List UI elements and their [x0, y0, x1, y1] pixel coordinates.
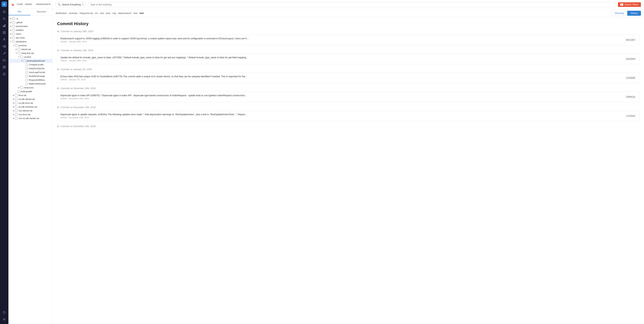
- tree-item[interactable]: buildSrc: [8, 28, 52, 32]
- tab-file[interactable]: File: [8, 8, 30, 15]
- path-segment[interactable]: test: [100, 12, 104, 14]
- commit-hash[interactable]: ccd1beb: [625, 114, 636, 118]
- path-segment[interactable]: archives: [69, 12, 78, 14]
- folder-icon: [12, 29, 15, 31]
- breadcrumb-name[interactable]: elasticsearch: [36, 3, 51, 6]
- package-icon[interactable]: [1, 64, 7, 70]
- tools-icon[interactable]: [1, 50, 7, 56]
- tree-item[interactable]: linux-tar: [8, 93, 52, 97]
- commit-card[interactable]: Deprecate types in update requests. (#36…: [57, 110, 640, 121]
- commit-hash[interactable]: 36a3b84: [625, 57, 636, 60]
- history-button[interactable]: History: [627, 11, 641, 16]
- path-segment[interactable]: test: [134, 12, 137, 14]
- directory-button[interactable]: Directory: [612, 11, 627, 16]
- path-segment[interactable]: java: [106, 12, 110, 14]
- commit-card[interactable]: [Close Index API] Add unique UUID to Clu…: [57, 73, 640, 83]
- commit-date-label: Commits on January 14th, 2019: [60, 49, 93, 52]
- tree-arrow: [15, 48, 18, 50]
- folder-icon: [12, 33, 15, 35]
- tree-item[interactable]: IntegTestZipClie: [8, 66, 52, 70]
- content-area: Commit History Commits on January 28th, …: [52, 18, 644, 324]
- tree-label: oss-no-jdk-darwin-tar: [18, 117, 39, 120]
- gear-icon[interactable]: [1, 316, 7, 322]
- commit-hash[interactable]: f884b2b: [625, 95, 636, 98]
- diagram-icon[interactable]: [1, 43, 7, 50]
- path-sep: /: [138, 12, 138, 14]
- tree-item[interactable]: no-jdk-linux-tar: [8, 101, 52, 105]
- tree-label: no-jdk-windows-zip: [18, 106, 38, 108]
- tree-item[interactable]: JsonLogsFormal: [8, 70, 52, 74]
- tree-item[interactable]: RequestsWithou: [8, 78, 52, 82]
- search-icon[interactable]: [1, 16, 7, 22]
- search-filters-label: Search Filters: [624, 3, 639, 6]
- path-segment[interactable]: integ-test-zip: [80, 12, 93, 14]
- search-input[interactable]: [88, 2, 616, 7]
- tree-label: JsonLogsFormal: [29, 71, 45, 74]
- table-icon[interactable]: [1, 30, 7, 36]
- path-segment[interactable]: elasticsearch: [118, 12, 132, 14]
- commit-message: Update the default for include_type_name…: [60, 56, 623, 59]
- tree-item[interactable]: no-jdk-darwin-tar: [8, 97, 52, 101]
- tree-item[interactable]: oss-darwin-tar: [8, 109, 52, 112]
- tree-item[interactable]: client: [8, 32, 52, 36]
- commit-card[interactable]: Elasticsearch support to JSON logging (#…: [57, 35, 640, 45]
- path-segment[interactable]: src: [95, 12, 98, 14]
- bell-icon[interactable]: [1, 71, 7, 77]
- tree-item[interactable]: no-jdk-windows-zip: [8, 105, 52, 109]
- tree-item[interactable]: oss-no-jdk-darwin-tar: [8, 116, 52, 120]
- tree-item[interactable]: WaitForRefreshA: [8, 82, 52, 86]
- commit-dot: [57, 30, 59, 32]
- folder-icon[interactable]: [1, 57, 7, 63]
- shield-icon[interactable]: [1, 310, 7, 316]
- path-sep: /: [132, 12, 133, 14]
- file-icon: [26, 79, 28, 81]
- tree-item[interactable]: dev-tools: [8, 36, 52, 40]
- tree-item[interactable]: archives: [8, 44, 52, 47]
- commit-group: Commits on January 14th, 2019Update the …: [57, 49, 640, 64]
- tree-item[interactable]: resources: [8, 86, 52, 90]
- tree-item[interactable]: oss-linux-tar: [8, 112, 52, 116]
- tree-item[interactable]: distribution: [8, 40, 52, 44]
- breadcrumb-repo[interactable]: elastic: [25, 3, 32, 6]
- chart-icon[interactable]: [1, 22, 7, 29]
- tree-arrow: [10, 21, 12, 24]
- user-avatar[interactable]: D: [2, 2, 7, 7]
- commit-card[interactable]: Deprecate types in index API (#36575) * …: [57, 92, 640, 102]
- path-segment[interactable]: org: [112, 12, 116, 14]
- tree-item[interactable]: NodeRestUsage: [8, 74, 52, 78]
- commit-card[interactable]: Update the default for include_type_name…: [57, 54, 640, 64]
- clock-icon[interactable]: [1, 9, 7, 15]
- path-segment[interactable]: distribution: [56, 12, 67, 14]
- tree-label: CreatedLocatio: [29, 64, 44, 66]
- folder-icon: [15, 110, 18, 112]
- tree-label: resources: [24, 86, 34, 89]
- breadcrumb-code[interactable]: Code: [17, 3, 23, 6]
- folder-icon: [18, 48, 20, 50]
- search-filters-button[interactable]: 1 Search Filters: [618, 2, 641, 7]
- commit-dot: [57, 106, 59, 108]
- file-icon: [18, 90, 20, 93]
- folder-icon: [15, 117, 18, 120]
- tree-item[interactable]: .ci: [8, 17, 52, 20]
- tree-item[interactable]: benchmarks: [8, 24, 52, 28]
- folder-icon: [12, 25, 15, 28]
- tree-item[interactable]: src/test: [8, 55, 52, 59]
- tree-item[interactable]: build.gradle: [8, 90, 52, 93]
- tree-item[interactable]: integ-test-zip: [8, 51, 52, 55]
- search-selector[interactable]: 🔍 Search Everything ▼: [56, 2, 86, 7]
- commit-hash[interactable]: e149b08: [625, 76, 636, 80]
- tree-item[interactable]: .github: [8, 20, 52, 24]
- tree-item[interactable]: CreatedLocatio: [8, 63, 52, 66]
- tree-arrow-spacer: [23, 78, 26, 81]
- commit-hash[interactable]: 891328f: [625, 38, 636, 42]
- tree-arrow: [12, 106, 15, 108]
- commits-container: Commits on January 28th, 2019Elasticsear…: [57, 30, 640, 128]
- folder-icon: [23, 60, 26, 62]
- svg-rect-12: [5, 47, 6, 48]
- commit-date-row: Commits on January 28th, 2019: [57, 30, 640, 33]
- tree-item[interactable]: java/org/elasticsea: [8, 59, 52, 63]
- tree-item[interactable]: darwin-tar: [8, 47, 52, 51]
- tab-structure[interactable]: Structure: [30, 8, 52, 15]
- person-icon[interactable]: [1, 36, 7, 42]
- main-panel: 🔍 Search Everything ▼ 1 Search Filters d…: [52, 0, 644, 324]
